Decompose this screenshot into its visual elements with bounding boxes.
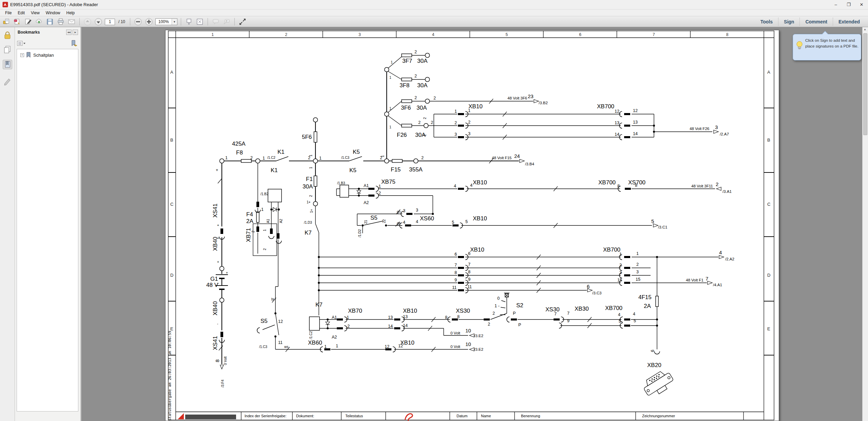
vertical-scrollbar[interactable]: ▲ (862, 27, 868, 421)
svg-text:S5: S5 (261, 318, 268, 324)
svg-text:1: 1 (225, 155, 228, 160)
svg-text:48 Volt F15: 48 Volt F15 (492, 156, 512, 160)
svg-text:2: 2 (493, 311, 495, 316)
svg-text:12: 12 (278, 319, 283, 324)
toolbar-comment-button[interactable]: Comment (799, 18, 833, 26)
scrolling-mode-icon[interactable] (185, 17, 193, 26)
svg-text:2: 2 (455, 121, 457, 125)
menu-bar: FileEditViewWindowHelp (0, 10, 868, 16)
bookmarks-panel-icon[interactable] (3, 60, 12, 69)
previous-page-icon[interactable] (83, 17, 92, 26)
svg-text:0: 0 (497, 296, 500, 301)
svg-text:XB10: XB10 (473, 179, 487, 186)
svg-text:10: 10 (465, 328, 471, 333)
save-icon[interactable] (45, 17, 54, 26)
svg-text:2: 2 (414, 95, 417, 100)
collapse-panel-icon[interactable]: ◀◀ (66, 30, 72, 35)
title-bar: E99514303.pdf (SECURED) - Adobe Reader –… (0, 0, 868, 10)
bookmark-item[interactable]: +Schaltplan (17, 49, 78, 58)
tooltip-arrow (822, 31, 828, 37)
svg-text:XB60: XB60 (308, 340, 322, 346)
sign-tooltip[interactable]: Click on Sign to add text and place sign… (793, 34, 861, 60)
svg-text:355A: 355A (409, 166, 423, 173)
svg-text:2: 2 (636, 262, 639, 267)
svg-text:+: + (216, 168, 218, 172)
toolbar-extended-button[interactable]: Extended (833, 18, 865, 26)
svg-text:/1.D2: /1.D2 (358, 229, 362, 237)
text-callout-icon[interactable]: T (222, 17, 231, 26)
zoom-level-select[interactable]: 100% ▼ (155, 18, 177, 25)
svg-text:E: E (170, 326, 173, 331)
svg-text:XS30: XS30 (545, 306, 560, 313)
expand-bookmark-icon[interactable]: + (20, 53, 24, 57)
svg-text:-: - (217, 322, 218, 326)
svg-text:7: 7 (468, 262, 470, 267)
menu-file[interactable]: File (2, 10, 15, 16)
signature-pen-icon[interactable] (3, 77, 12, 86)
scroll-up-icon[interactable]: ▲ (864, 28, 866, 31)
menu-edit[interactable]: Edit (15, 10, 28, 16)
email-icon[interactable] (67, 17, 76, 26)
menu-help[interactable]: Help (63, 10, 78, 16)
scrollbar-thumb[interactable] (863, 33, 867, 135)
zoom-in-icon[interactable] (144, 17, 153, 26)
expand-panel-icon[interactable]: ▶ (73, 30, 78, 35)
zoom-out-icon[interactable] (134, 17, 142, 26)
svg-text:1: 1 (379, 184, 381, 189)
svg-text:2A: 2A (246, 218, 253, 224)
svg-text:/3.F4: /3.F4 (221, 380, 225, 387)
maximize-icon[interactable]: ❐ (842, 0, 855, 9)
print-icon[interactable] (56, 17, 65, 26)
svg-text:3: 3 (416, 208, 418, 213)
close-icon[interactable]: ✕ (855, 0, 868, 9)
svg-text:1: 1 (261, 207, 264, 212)
svg-text:21: 21 (364, 220, 368, 224)
svg-text:15: 15 (617, 278, 622, 282)
svg-text:A: A (767, 70, 770, 75)
svg-text:2: 2 (468, 120, 470, 125)
svg-text:8: 8 (635, 183, 637, 188)
svg-text:3: 3 (636, 270, 639, 274)
svg-text:13: 13 (403, 314, 408, 319)
menu-window[interactable]: Window (43, 10, 63, 16)
open-file-icon[interactable] (2, 17, 11, 26)
svg-text:XB10: XB10 (470, 246, 484, 253)
page-thumbnails-icon[interactable] (3, 45, 12, 54)
toolbar-sign-button[interactable]: Sign (778, 18, 799, 26)
svg-text:K1: K1 (271, 167, 278, 173)
svg-text:6: 6 (455, 252, 457, 257)
svg-text:/3.C3: /3.C3 (592, 291, 602, 295)
svg-text:8: 8 (617, 184, 620, 188)
menu-view[interactable]: View (28, 10, 43, 16)
toolbar-tools-button[interactable]: Tools (755, 18, 778, 26)
bookmark-options-icon[interactable] (17, 40, 26, 47)
page-number-input[interactable] (105, 19, 115, 25)
svg-text:2: 2 (488, 322, 490, 327)
comment-bubble-icon[interactable] (211, 17, 220, 26)
cloud-upload-icon[interactable] (35, 17, 43, 26)
next-page-icon[interactable] (94, 17, 103, 26)
adobe-reader-window: E99514303.pdf (SECURED) - Adobe Reader –… (0, 0, 868, 421)
new-bookmark-icon[interactable] (70, 40, 78, 47)
svg-text:gn: gn (397, 210, 401, 214)
svg-text:Teilestatus: Teilestatus (345, 414, 363, 418)
svg-text:9: 9 (455, 278, 457, 282)
create-pdf-icon[interactable] (13, 17, 22, 26)
svg-text:8: 8 (455, 270, 457, 275)
sign-document-icon[interactable] (24, 17, 33, 26)
svg-text:15: 15 (636, 277, 640, 282)
svg-text:23: 23 (528, 93, 534, 99)
fit-page-icon[interactable] (195, 17, 204, 26)
svg-text:6: 6 (468, 251, 470, 256)
svg-text:/3.A1: /3.A1 (722, 189, 732, 194)
svg-text:/3.E2: /3.E2 (474, 334, 483, 338)
svg-text:Datum: Datum (457, 414, 467, 418)
security-lock-icon[interactable] (3, 31, 12, 40)
svg-text:XB40: XB40 (212, 301, 218, 315)
minimize-icon[interactable]: – (829, 0, 842, 9)
svg-text:24: 24 (514, 153, 520, 159)
svg-text:3: 3 (359, 32, 361, 37)
svg-text:XB700: XB700 (605, 305, 622, 311)
fullscreen-icon[interactable] (238, 17, 247, 26)
svg-text:1: 1 (455, 109, 457, 114)
